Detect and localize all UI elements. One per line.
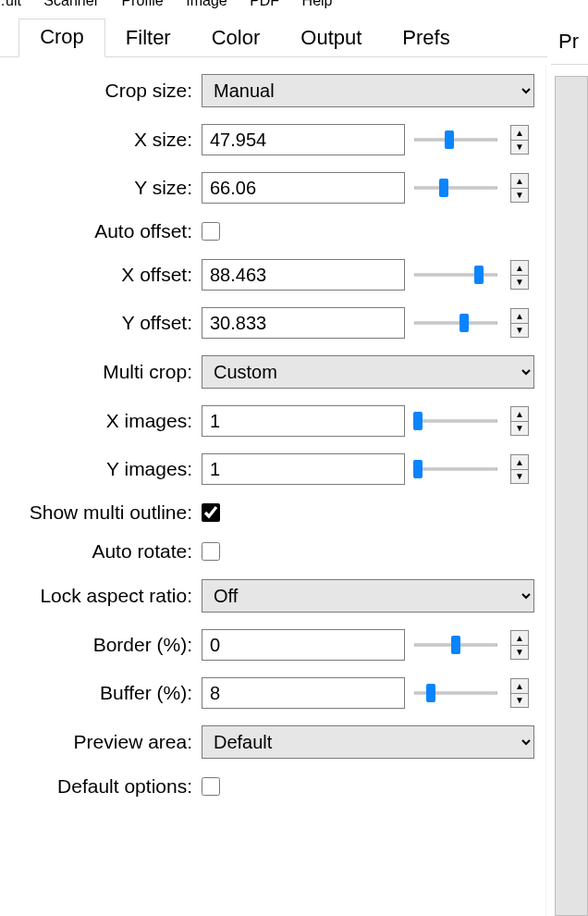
spin-up-icon[interactable]: ▲ bbox=[510, 308, 529, 323]
spin-down-icon[interactable]: ▼ bbox=[510, 140, 529, 155]
y-size-label: Y size: bbox=[0, 177, 196, 199]
preview-tab-truncated[interactable]: Pr bbox=[551, 24, 588, 65]
tab-output[interactable]: Output bbox=[280, 20, 382, 57]
spin-up-icon[interactable]: ▲ bbox=[510, 406, 529, 421]
spin-up-icon[interactable]: ▲ bbox=[510, 173, 529, 188]
preview-panel-sliver: Pr bbox=[551, 0, 588, 916]
border-spinner[interactable]: ▲ ▼ bbox=[510, 630, 529, 660]
spin-down-icon[interactable]: ▼ bbox=[510, 275, 529, 290]
x-images-input[interactable] bbox=[202, 405, 405, 437]
x-size-input[interactable] bbox=[202, 124, 405, 155]
crop-size-select[interactable]: Manual bbox=[202, 74, 534, 107]
spin-up-icon[interactable]: ▲ bbox=[510, 454, 529, 469]
menubar[interactable]: …ult Scanner Profile Image PDF Help bbox=[0, 0, 547, 11]
spin-up-icon[interactable]: ▲ bbox=[510, 678, 529, 693]
buffer-slider[interactable] bbox=[414, 683, 497, 703]
show-outline-checkbox[interactable] bbox=[202, 503, 220, 522]
crop-size-label: Crop size: bbox=[0, 80, 196, 102]
x-offset-spinner[interactable]: ▲ ▼ bbox=[510, 260, 529, 290]
auto-offset-label: Auto offset: bbox=[0, 220, 196, 242]
x-size-spinner[interactable]: ▲ ▼ bbox=[510, 125, 529, 155]
menu-item[interactable]: Profile bbox=[112, 0, 172, 9]
menu-item[interactable]: Image bbox=[177, 0, 236, 9]
tab-prefs[interactable]: Prefs bbox=[382, 20, 470, 57]
x-offset-input[interactable] bbox=[202, 259, 405, 291]
tab-truncated[interactable]: t bbox=[0, 20, 18, 57]
tab-crop[interactable]: Crop bbox=[18, 19, 105, 57]
preview-area-label: Preview area: bbox=[0, 731, 196, 753]
x-images-slider[interactable] bbox=[414, 411, 497, 431]
y-offset-input[interactable] bbox=[202, 307, 405, 339]
border-input[interactable] bbox=[202, 629, 405, 661]
default-options-label: Default options: bbox=[0, 775, 196, 798]
show-outline-label: Show multi outline: bbox=[0, 501, 196, 524]
auto-rotate-checkbox[interactable] bbox=[202, 542, 220, 561]
spin-up-icon[interactable]: ▲ bbox=[510, 630, 529, 645]
menu-item[interactable]: …ult bbox=[0, 0, 31, 9]
lock-aspect-label: Lock aspect ratio: bbox=[0, 585, 196, 607]
tab-filter[interactable]: Filter bbox=[105, 20, 191, 57]
multi-crop-label: Multi crop: bbox=[0, 361, 196, 383]
x-offset-slider[interactable] bbox=[414, 265, 497, 285]
y-size-input[interactable] bbox=[202, 172, 405, 204]
y-images-slider[interactable] bbox=[414, 459, 497, 479]
spin-down-icon[interactable]: ▼ bbox=[510, 323, 529, 338]
border-label: Border (%): bbox=[0, 634, 196, 656]
y-offset-spinner[interactable]: ▲ ▼ bbox=[510, 308, 529, 338]
preview-area-select[interactable]: Default bbox=[202, 725, 534, 759]
menu-item[interactable]: Scanner bbox=[34, 0, 108, 9]
crop-settings-page: Crop size: Manual X size: ▲ bbox=[0, 57, 547, 798]
buffer-spinner[interactable]: ▲ ▼ bbox=[510, 678, 529, 708]
spin-down-icon[interactable]: ▼ bbox=[510, 693, 529, 708]
x-size-label: X size: bbox=[0, 129, 196, 151]
border-slider[interactable] bbox=[414, 635, 497, 655]
spin-down-icon[interactable]: ▼ bbox=[510, 188, 529, 203]
y-size-slider[interactable] bbox=[414, 178, 497, 198]
tab-color[interactable]: Color bbox=[191, 20, 281, 57]
spin-up-icon[interactable]: ▲ bbox=[510, 260, 529, 275]
auto-rotate-label: Auto rotate: bbox=[0, 540, 196, 563]
multi-crop-select[interactable]: Custom bbox=[202, 355, 534, 389]
y-images-label: Y images: bbox=[0, 458, 196, 480]
lock-aspect-select[interactable]: Off bbox=[202, 579, 534, 613]
auto-offset-checkbox[interactable] bbox=[202, 222, 220, 241]
y-images-input[interactable] bbox=[202, 453, 405, 485]
buffer-input[interactable] bbox=[202, 677, 405, 709]
spin-down-icon[interactable]: ▼ bbox=[510, 421, 529, 436]
menu-item[interactable]: Help bbox=[293, 0, 342, 9]
x-images-spinner[interactable]: ▲ ▼ bbox=[510, 406, 529, 436]
x-size-slider[interactable] bbox=[414, 130, 497, 150]
spin-down-icon[interactable]: ▼ bbox=[510, 469, 529, 484]
x-offset-label: X offset: bbox=[0, 264, 196, 286]
y-offset-slider[interactable] bbox=[414, 313, 497, 333]
preview-canvas bbox=[555, 76, 588, 916]
spin-down-icon[interactable]: ▼ bbox=[510, 645, 529, 660]
y-images-spinner[interactable]: ▲ ▼ bbox=[510, 454, 529, 484]
y-offset-label: Y offset: bbox=[0, 312, 196, 334]
spin-up-icon[interactable]: ▲ bbox=[510, 125, 529, 140]
default-options-checkbox[interactable] bbox=[202, 777, 220, 796]
menu-item[interactable]: PDF bbox=[240, 0, 288, 9]
buffer-label: Buffer (%): bbox=[0, 682, 196, 704]
settings-tabstrip: t Crop Filter Color Output Prefs bbox=[0, 17, 547, 57]
y-size-spinner[interactable]: ▲ ▼ bbox=[510, 173, 529, 203]
x-images-label: X images: bbox=[0, 410, 196, 432]
